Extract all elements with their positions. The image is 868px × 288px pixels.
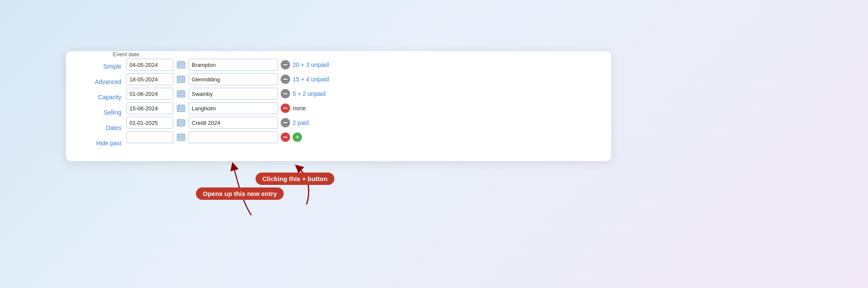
- table-row: 20 + 3 unpaid: [126, 59, 598, 71]
- calendar-icon-3[interactable]: [176, 89, 186, 99]
- nav-dates[interactable]: Dates: [106, 122, 121, 134]
- svg-rect-19: [182, 81, 184, 81]
- calendar-icon-2[interactable]: [176, 74, 186, 84]
- main-card: Event date Simple Advanced Capacity Sell…: [66, 51, 611, 161]
- svg-rect-58: [180, 138, 181, 139]
- svg-rect-49: [182, 124, 184, 125]
- new-name-field[interactable]: [189, 131, 278, 143]
- nav-advanced[interactable]: Advanced: [95, 76, 121, 88]
- clicking-annotation: Clicking this + button: [256, 173, 334, 185]
- remove-button-3[interactable]: [281, 89, 290, 98]
- svg-rect-53: [182, 133, 183, 135]
- new-remove-button[interactable]: [281, 132, 290, 142]
- svg-rect-17: [178, 81, 179, 81]
- svg-rect-52: [179, 133, 180, 135]
- svg-rect-34: [178, 108, 179, 109]
- svg-rect-5: [180, 64, 181, 65]
- remove-button-1[interactable]: [281, 60, 290, 69]
- svg-rect-39: [182, 109, 184, 110]
- nav-selling[interactable]: Selling: [103, 107, 121, 118]
- date-field-5[interactable]: [126, 117, 173, 129]
- svg-rect-26: [182, 93, 184, 94]
- svg-rect-22: [179, 90, 180, 92]
- date-field-1[interactable]: [126, 59, 173, 71]
- svg-rect-28: [180, 95, 181, 96]
- svg-rect-56: [182, 137, 184, 138]
- svg-rect-3: [182, 61, 183, 63]
- booking-link-1[interactable]: 20 + 3 unpaid: [293, 61, 329, 68]
- svg-rect-59: [182, 138, 184, 139]
- left-nav: Simple Advanced Capacity Selling Dates H…: [79, 59, 121, 149]
- content-area: Simple Advanced Capacity Selling Dates H…: [79, 59, 598, 149]
- nav-hide-past[interactable]: Hide past: [96, 137, 121, 149]
- svg-rect-38: [180, 109, 181, 110]
- new-calendar-icon[interactable]: [176, 132, 186, 142]
- calendar-icon-5[interactable]: [176, 118, 186, 128]
- nav-simple[interactable]: Simple: [103, 60, 121, 72]
- svg-rect-7: [178, 66, 179, 67]
- table-row: 15 + 4 unpaid: [126, 73, 598, 85]
- svg-rect-14: [178, 79, 179, 80]
- name-field-5[interactable]: [189, 117, 278, 129]
- date-field-3[interactable]: [126, 88, 173, 100]
- date-field-4[interactable]: [126, 102, 173, 114]
- svg-rect-29: [182, 95, 184, 96]
- svg-rect-12: [179, 75, 180, 77]
- svg-rect-46: [182, 122, 184, 123]
- svg-rect-48: [180, 124, 181, 125]
- table-area: 20 + 3 unpaid: [126, 59, 598, 146]
- add-entry-button[interactable]: +: [293, 132, 302, 142]
- svg-rect-16: [182, 79, 184, 80]
- remove-button-2[interactable]: [281, 75, 290, 84]
- svg-rect-44: [178, 122, 179, 123]
- date-field-2[interactable]: [126, 73, 173, 85]
- new-entry-row: +: [126, 131, 598, 143]
- svg-rect-25: [180, 93, 181, 94]
- new-date-field[interactable]: [126, 131, 173, 143]
- calendar-icon-4[interactable]: [176, 103, 186, 113]
- opens-annotation: Opens up this new entry: [196, 187, 284, 200]
- name-field-1[interactable]: [189, 59, 278, 71]
- calendar-icon-1[interactable]: [176, 60, 186, 70]
- nav-capacity[interactable]: Capacity: [98, 91, 121, 103]
- remove-button-5[interactable]: [281, 118, 290, 127]
- svg-rect-4: [178, 64, 179, 65]
- svg-rect-54: [178, 137, 179, 138]
- clicking-label: Clicking this + button: [256, 173, 334, 185]
- svg-rect-9: [182, 66, 184, 67]
- svg-rect-43: [182, 119, 183, 121]
- table-row: 2 paid: [126, 117, 598, 129]
- svg-rect-55: [180, 137, 181, 138]
- svg-rect-18: [180, 81, 181, 81]
- svg-rect-23: [182, 90, 183, 92]
- svg-rect-13: [182, 75, 183, 77]
- svg-rect-36: [182, 108, 184, 109]
- svg-rect-57: [178, 138, 179, 139]
- remove-button-4[interactable]: [281, 104, 290, 113]
- svg-rect-6: [182, 64, 184, 65]
- svg-rect-15: [180, 79, 181, 80]
- svg-rect-35: [180, 108, 181, 109]
- booking-link-3[interactable]: 5 + 2 unpaid: [293, 90, 325, 97]
- svg-rect-47: [178, 124, 179, 125]
- svg-rect-32: [179, 104, 180, 106]
- booking-link-5[interactable]: 2 paid: [293, 119, 309, 126]
- name-field-3[interactable]: [189, 88, 278, 100]
- svg-rect-42: [179, 119, 180, 121]
- svg-rect-27: [178, 95, 179, 96]
- table-row: 5 + 2 unpaid: [126, 88, 598, 100]
- opens-label: Opens up this new entry: [196, 187, 284, 200]
- svg-rect-33: [182, 104, 183, 106]
- name-field-2[interactable]: [189, 73, 278, 85]
- booking-link-2[interactable]: 15 + 4 unpaid: [293, 76, 329, 83]
- svg-rect-37: [178, 109, 179, 110]
- no-bookings-4: none: [293, 105, 306, 112]
- table-row: none: [126, 102, 598, 114]
- svg-rect-24: [178, 93, 179, 94]
- svg-rect-8: [180, 66, 181, 67]
- name-field-4[interactable]: [189, 102, 278, 114]
- svg-rect-45: [180, 122, 181, 123]
- svg-rect-2: [179, 61, 180, 63]
- event-date-label: Event date: [113, 51, 139, 58]
